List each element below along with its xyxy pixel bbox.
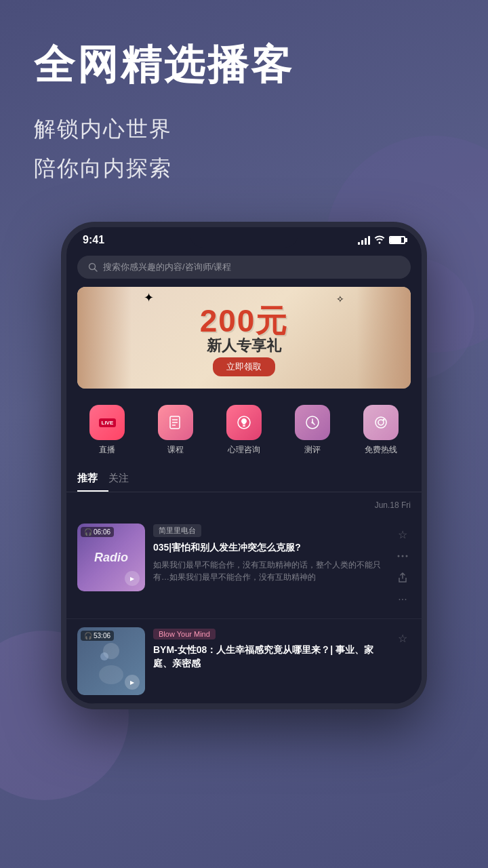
confetti2-icon: ✧ bbox=[336, 294, 344, 304]
category-live-label: 直播 bbox=[99, 444, 115, 456]
banner-decor-right bbox=[357, 287, 411, 389]
hotline-icon bbox=[363, 405, 399, 440]
svg-point-15 bbox=[406, 555, 408, 557]
svg-point-18 bbox=[100, 652, 108, 660]
podcast-info-2: Blow Your Mind BYM-女性08：人生幸福感究竟从哪里来？| 事业… bbox=[153, 627, 386, 695]
podcast-actions-2: ☆ bbox=[394, 627, 411, 695]
svg-point-13 bbox=[398, 555, 400, 557]
battery-icon bbox=[389, 236, 405, 244]
podcast-actions-1: ☆ ··· bbox=[394, 524, 411, 610]
category-consult-label: 心理咨询 bbox=[228, 444, 260, 456]
bookmark-icon-2[interactable]: ☆ bbox=[394, 630, 411, 646]
search-placeholder: 搜索你感兴趣的内容/咨询师/课程 bbox=[103, 261, 231, 273]
sub-title: 解锁内心世界 陪你向内探索 bbox=[34, 110, 454, 188]
search-icon bbox=[88, 262, 98, 272]
podcast-info-1: 简里里电台 035|害怕和别人发生冲突怎么克服? 如果我们最早不能合作，没有互助… bbox=[153, 524, 386, 610]
banner[interactable]: ✦ ✧ 200元 新人专享礼 立即领取 bbox=[77, 287, 411, 389]
app-background: 全网精选播客 解锁内心世界 陪你向内探索 9:41 bbox=[0, 0, 488, 868]
category-course-label: 课程 bbox=[167, 444, 184, 456]
tab-follow[interactable]: 关注 bbox=[108, 467, 140, 492]
svg-point-10 bbox=[375, 417, 386, 428]
more-options-icon[interactable] bbox=[394, 548, 411, 564]
svg-point-11 bbox=[378, 420, 384, 425]
podcast-desc-1: 如果我们最早不能合作，没有互助精神的话，整个人类的不能只有…如果我们最早不能合作… bbox=[153, 559, 386, 583]
svg-point-17 bbox=[99, 665, 123, 684]
phone-notch bbox=[190, 227, 298, 248]
podcast-source-2: Blow Your Mind bbox=[153, 629, 216, 639]
banner-decor-left bbox=[77, 287, 131, 389]
app-content: 搜索你感兴趣的内容/咨询师/课程 ✦ ✧ 200元 新人专享礼 立即领取 LIV… bbox=[66, 256, 422, 704]
tab-recommend[interactable]: 推荐 bbox=[77, 467, 108, 492]
headphone-icon-2: 🎧 bbox=[84, 632, 92, 639]
category-live[interactable]: LIVE 直播 bbox=[89, 405, 125, 456]
podcast-thumbnail-2: 🎧 53:06 ▶ bbox=[77, 627, 145, 695]
podcast-title-1: 035|害怕和别人发生冲突怎么克服? bbox=[153, 541, 386, 555]
category-test[interactable]: 测评 bbox=[295, 405, 330, 456]
podcast-item-2[interactable]: 🎧 53:06 ▶ Blow Your Mind BYM-女性08：人生幸福感究… bbox=[66, 619, 422, 704]
sub-line-2: 陪你向内探索 bbox=[34, 149, 454, 189]
live-badge: LIVE bbox=[99, 418, 117, 427]
search-bar[interactable]: 搜索你感兴趣的内容/咨询师/课程 bbox=[77, 256, 411, 279]
sub-line-1: 解锁内心世界 bbox=[34, 110, 454, 149]
consult-icon bbox=[226, 405, 262, 440]
svg-point-14 bbox=[402, 555, 404, 557]
svg-rect-7 bbox=[243, 425, 245, 427]
phone-mockup: 9:41 bbox=[61, 222, 427, 709]
svg-line-1 bbox=[95, 269, 98, 272]
content-tabs: 推荐 关注 bbox=[66, 467, 422, 492]
status-icons bbox=[358, 235, 405, 246]
ellipsis-icon[interactable]: ··· bbox=[394, 591, 411, 608]
podcast-duration-2: 🎧 53:06 bbox=[81, 631, 114, 641]
podcast-title-2: BYM-女性08：人生幸福感究竟从哪里来？| 事业、家庭、亲密感 bbox=[153, 644, 386, 670]
confetti-icon: ✦ bbox=[144, 290, 154, 305]
banner-claim-button[interactable]: 立即领取 bbox=[213, 357, 275, 376]
podcast-source-1: 简里里电台 bbox=[153, 524, 201, 537]
course-icon bbox=[158, 405, 193, 440]
banner-small-text: 新人专享礼 bbox=[207, 336, 281, 356]
play-button-2[interactable]: ▶ bbox=[125, 675, 140, 690]
signal-icon bbox=[358, 235, 370, 245]
test-icon bbox=[295, 405, 330, 440]
svg-point-12 bbox=[382, 419, 384, 421]
podcast-item[interactable]: 🎧 06:06 Radio ▶ 简里里电台 035|害怕和别人发生冲突怎么克服?… bbox=[66, 515, 422, 619]
svg-point-9 bbox=[311, 422, 313, 424]
main-title: 全网精选播客 bbox=[34, 41, 454, 90]
wifi-icon bbox=[374, 235, 385, 246]
bookmark-icon[interactable]: ☆ bbox=[394, 526, 411, 542]
live-icon: LIVE bbox=[89, 405, 125, 440]
category-test-label: 测评 bbox=[304, 444, 321, 456]
category-hotline[interactable]: 免费热线 bbox=[363, 405, 399, 456]
categories-row: LIVE 直播 课程 bbox=[66, 399, 422, 467]
header-section: 全网精选播客 解锁内心世界 陪你向内探索 bbox=[0, 0, 488, 208]
category-consult[interactable]: 心理咨询 bbox=[226, 405, 262, 456]
date-label: Jun.18 Fri bbox=[66, 498, 422, 515]
share-icon[interactable] bbox=[394, 570, 411, 586]
category-course[interactable]: 课程 bbox=[158, 405, 193, 456]
podcast-thumbnail-1: 🎧 06:06 Radio ▶ bbox=[77, 524, 145, 591]
status-time: 9:41 bbox=[83, 234, 104, 246]
category-hotline-label: 免费热线 bbox=[365, 444, 397, 456]
podcast-duration-1: 🎧 06:06 bbox=[81, 527, 114, 537]
play-button-1[interactable]: ▶ bbox=[125, 571, 140, 586]
headphone-icon: 🎧 bbox=[84, 528, 92, 536]
radio-thumb-text: Radio bbox=[94, 551, 128, 565]
